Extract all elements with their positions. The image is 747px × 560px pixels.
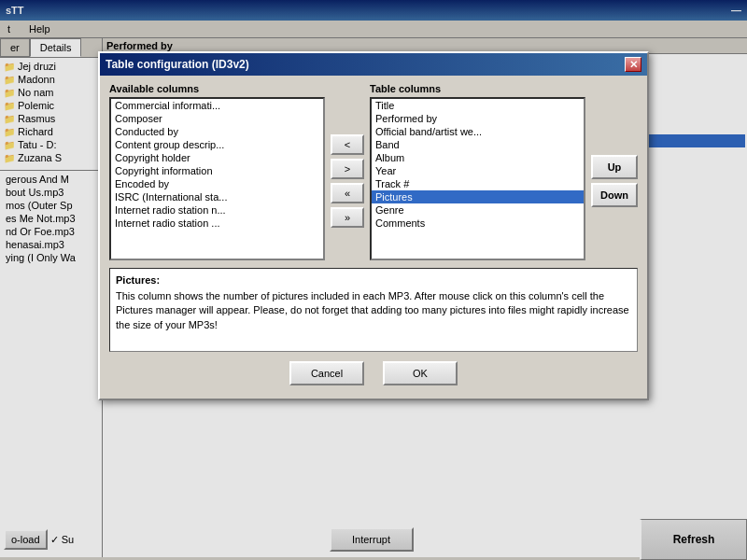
list-item[interactable]: Comments: [372, 217, 584, 230]
description-section: Pictures: This column shows the number o…: [109, 268, 638, 352]
list-item[interactable]: ISRC (International sta...: [111, 190, 323, 203]
list-item[interactable]: Commercial informati...: [111, 99, 323, 112]
dialog-body: Available columns Commercial informati..…: [100, 76, 647, 399]
move-right-button[interactable]: >: [331, 159, 364, 179]
dialog-overlay: Table configuration (ID3v2) ✕ Available …: [0, 0, 747, 560]
list-item[interactable]: Encoded by: [111, 177, 323, 190]
table-columns-listbox[interactable]: Title Performed by Official band/artist …: [370, 97, 585, 260]
columns-section: Available columns Commercial informati..…: [109, 83, 638, 260]
list-item[interactable]: Internet radio station n...: [111, 203, 323, 217]
available-columns-label: Available columns: [109, 83, 325, 94]
dialog-title: Table configuration (ID3v2): [106, 58, 249, 71]
table-columns-label: Table columns: [370, 83, 585, 94]
up-button[interactable]: Up: [591, 155, 638, 179]
dialog-close-button[interactable]: ✕: [625, 57, 641, 72]
table-config-dialog: Table configuration (ID3v2) ✕ Available …: [98, 51, 649, 400]
cancel-button[interactable]: Cancel: [289, 361, 364, 385]
updown-buttons: Up Down: [591, 83, 638, 260]
list-item[interactable]: Copyright information: [111, 164, 323, 177]
list-item[interactable]: Internet radio station ...: [111, 217, 323, 230]
description-title: Pictures:: [116, 274, 631, 286]
list-item[interactable]: Album: [372, 151, 584, 164]
move-all-right-button[interactable]: »: [331, 207, 364, 228]
list-item[interactable]: Performed by: [372, 112, 584, 125]
list-item[interactable]: Band: [372, 138, 584, 151]
dialog-titlebar: Table configuration (ID3v2) ✕: [100, 53, 647, 76]
move-left-button[interactable]: <: [331, 134, 364, 155]
list-item[interactable]: Track #: [372, 177, 584, 190]
ok-button[interactable]: OK: [383, 361, 458, 385]
available-columns-container: Available columns Commercial informati..…: [109, 83, 325, 260]
list-item[interactable]: Official band/artist we...: [372, 125, 584, 138]
available-columns-listbox[interactable]: Commercial informati... Composer Conduct…: [109, 97, 325, 260]
list-item[interactable]: Title: [372, 99, 584, 112]
transfer-buttons: < > « »: [331, 83, 364, 260]
move-all-left-button[interactable]: «: [331, 183, 364, 203]
list-item[interactable]: Genre: [372, 203, 584, 217]
dialog-footer: Cancel OK: [109, 361, 638, 391]
list-item-selected[interactable]: Pictures: [372, 190, 584, 203]
list-item[interactable]: Year: [372, 164, 584, 177]
table-columns-container: Table columns Title Performed by Officia…: [370, 83, 585, 260]
description-text: This column shows the number of pictures…: [116, 289, 631, 332]
list-item[interactable]: Copyright holder: [111, 151, 323, 164]
list-item[interactable]: Conducted by: [111, 125, 323, 138]
list-item[interactable]: Composer: [111, 112, 323, 125]
down-button[interactable]: Down: [591, 183, 638, 207]
list-item[interactable]: Content group descrip...: [111, 138, 323, 151]
